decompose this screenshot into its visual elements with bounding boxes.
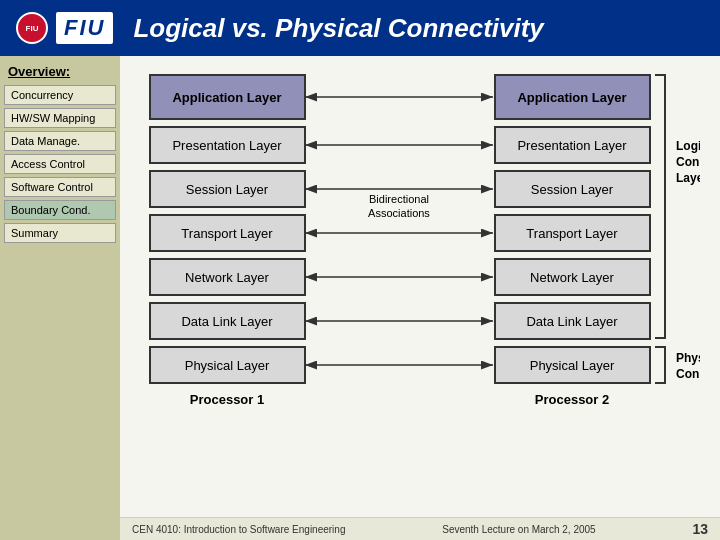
p1-physical-layer: Physical Layer [185, 358, 270, 373]
sidebar-item-hwsw[interactable]: HW/SW Mapping [4, 108, 116, 128]
bidirectional-label-line1: Bidirectional [369, 193, 429, 205]
footer-page: 13 [692, 521, 708, 537]
footer-course: CEN 4010: Introduction to Software Engin… [132, 524, 345, 535]
fiu-logo-text: FIU [64, 15, 105, 41]
main-content: Overview: Concurrency HW/SW Mapping Data… [0, 56, 720, 540]
content-area: Application Layer Presentation Layer Ses… [120, 56, 720, 540]
header: FIU FIU Logical vs. Physical Connectivit… [0, 0, 720, 56]
logical-annotation-3: Layers [676, 171, 700, 185]
sidebar-item-summary[interactable]: Summary [4, 223, 116, 243]
p1-presentation-layer: Presentation Layer [172, 138, 282, 153]
p2-app-layer: Application Layer [517, 90, 626, 105]
p1-session-layer: Session Layer [186, 182, 269, 197]
fiu-logo-box: FIU [56, 12, 113, 44]
p1-network-layer: Network Layer [185, 270, 269, 285]
sidebar-item-data-manage[interactable]: Data Manage. [4, 131, 116, 151]
logical-annotation-2: Connectivity [676, 155, 700, 169]
sidebar-item-access-control[interactable]: Access Control [4, 154, 116, 174]
sidebar-item-concurrency[interactable]: Concurrency [4, 85, 116, 105]
p2-network-layer: Network Layer [530, 270, 614, 285]
fiu-seal: FIU [16, 12, 48, 44]
footer: CEN 4010: Introduction to Software Engin… [120, 517, 720, 540]
p1-app-layer: Application Layer [172, 90, 281, 105]
p2-session-layer: Session Layer [531, 182, 614, 197]
sidebar-item-boundary-cond[interactable]: Boundary Cond. [4, 200, 116, 220]
p2-transport-layer: Transport Layer [526, 226, 618, 241]
p2-presentation-layer: Presentation Layer [517, 138, 627, 153]
physical-annotation-2: Connectivity [676, 367, 700, 381]
p2-physical-layer: Physical Layer [530, 358, 615, 373]
physical-annotation-1: Physical [676, 351, 700, 365]
logo-area: FIU FIU [16, 12, 113, 44]
p2-datalink-layer: Data Link Layer [526, 314, 618, 329]
logical-annotation-1: Logical [676, 139, 700, 153]
diagram-container: Application Layer Presentation Layer Ses… [136, 70, 704, 490]
p1-label: Processor 1 [190, 392, 264, 407]
p1-datalink-layer: Data Link Layer [181, 314, 273, 329]
footer-lecture: Seventh Lecture on March 2, 2005 [442, 524, 595, 535]
sidebar: Overview: Concurrency HW/SW Mapping Data… [0, 56, 120, 540]
p2-label: Processor 2 [535, 392, 609, 407]
p1-transport-layer: Transport Layer [181, 226, 273, 241]
sidebar-item-software-control[interactable]: Software Control [4, 177, 116, 197]
sidebar-overview-label: Overview: [4, 64, 116, 79]
page-title: Logical vs. Physical Connectivity [133, 13, 543, 44]
bidirectional-label-line2: Associations [368, 207, 430, 219]
diagram-svg: Application Layer Presentation Layer Ses… [140, 70, 700, 490]
